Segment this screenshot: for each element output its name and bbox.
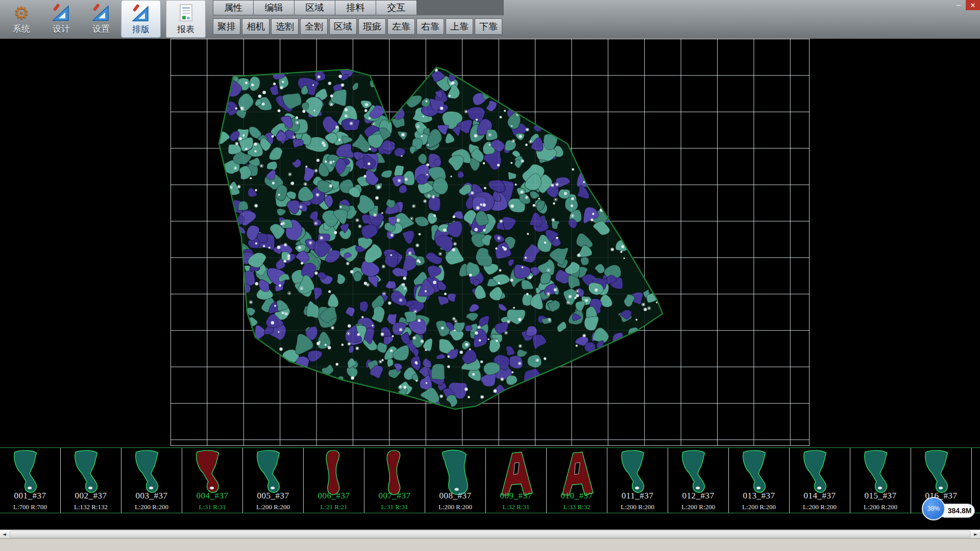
menu-tab-0[interactable]: 属性 — [213, 0, 254, 15]
piece-id-label: 004_#37 — [182, 491, 242, 501]
nesting-icon — [130, 2, 152, 24]
piece-thumb-011_#37[interactable]: 011_#37L:200 R:200 — [607, 448, 668, 513]
piece-thumb-010_#37[interactable]: 010_#37L:33 R:32 — [547, 448, 607, 513]
piece-id-label: 014_#37 — [790, 491, 850, 501]
piece-lr-label: L:132 R:132 — [61, 503, 121, 511]
piece-id-label: 013_#37 — [729, 491, 789, 501]
tool-button-1[interactable]: 相机 — [242, 18, 270, 35]
piece-id-label: 007_#37 — [364, 491, 425, 501]
piece-lr-label: L:33 R:32 — [547, 503, 607, 511]
horizontal-scrollbar[interactable]: ◄ ► — [0, 530, 980, 538]
settings-icon — [90, 2, 112, 24]
menu-tab-3[interactable]: 排料 — [335, 0, 376, 15]
piece-lr-label: L:32 R:31 — [486, 503, 546, 511]
tool-button-0[interactable]: 聚排 — [213, 18, 240, 35]
tool-button-6[interactable]: 左靠 — [387, 18, 415, 35]
scroll-right-arrow[interactable]: ► — [971, 530, 980, 538]
tool-button-7[interactable]: 右靠 — [416, 18, 444, 35]
piece-thumb-004_#37[interactable]: 004_#37L:31 R:31 — [182, 448, 243, 513]
piece-lr-label: L:200 R:200 — [607, 503, 668, 511]
piece-thumb-002_#37[interactable]: 002_#37L:132 R:132 — [61, 448, 121, 513]
tool-button-8[interactable]: 上靠 — [446, 18, 473, 35]
piece-thumb-012_#37[interactable]: 012_#37L:200 R:200 — [668, 448, 729, 513]
piece-id-label: 008_#37 — [425, 491, 485, 501]
gear-icon: ⚙ — [10, 2, 33, 24]
window-controls: ─ ✕ — [951, 0, 980, 10]
app-button-report[interactable]: 报表 — [166, 0, 206, 38]
progress-badge: 38% — [922, 497, 945, 520]
piece-id-label: 010_#37 — [547, 491, 607, 501]
piece-thumb-007_#37[interactable]: 007_#37L:31 R:31 — [364, 448, 425, 513]
menu-tab-2[interactable]: 区域 — [295, 0, 335, 15]
piece-id-label: 003_#37 — [121, 491, 182, 501]
menu-tab-4[interactable]: 交互 — [376, 0, 417, 15]
status-bar — [0, 538, 980, 551]
piece-lr-label: L:21 R:21 — [304, 503, 364, 511]
pieces-strip: 001_#37L:700 R:700002_#37L:132 R:132003_… — [0, 447, 980, 513]
piece-lr-label: L:700 R:700 — [0, 503, 60, 511]
app-button-settings[interactable]: 设置 — [81, 0, 121, 38]
scrollbar-thumb[interactable] — [10, 531, 970, 538]
design-icon — [50, 2, 72, 24]
piece-id-label: 011_#37 — [607, 491, 668, 501]
piece-id-label: 012_#37 — [668, 491, 728, 501]
piece-lr-label: L:200 R:200 — [425, 503, 485, 511]
app-button-label: 设计 — [53, 24, 70, 34]
piece-id-label: 009_#37 — [486, 491, 546, 501]
piece-lr-label: L:200 R:200 — [243, 503, 303, 511]
tool-buttons: 聚排相机选割全割区域瑕疵左靠右靠上靠下靠 — [213, 18, 504, 35]
menu-tab-1[interactable]: 编辑 — [254, 0, 295, 15]
app-button-system[interactable]: ⚙系统 — [2, 0, 41, 38]
piece-thumb-009_#37[interactable]: 009_#37L:32 R:31 — [486, 448, 547, 513]
piece-id-label: 002_#37 — [61, 491, 121, 501]
piece-lr-label: L:31 R:31 — [364, 503, 425, 511]
piece-lr-label: L:200 R:200 — [790, 503, 850, 511]
report-icon — [175, 2, 197, 24]
piece-thumb-006_#37[interactable]: 006_#37L:21 R:21 — [304, 448, 364, 513]
app-button-label: 系统 — [13, 24, 30, 34]
piece-thumb-001_#37[interactable]: 001_#37L:700 R:700 — [0, 448, 61, 513]
piece-lr-label: L:200 R:200 — [850, 503, 911, 511]
piece-thumb-005_#37[interactable]: 005_#37L:200 R:200 — [243, 448, 304, 513]
nesting-canvas[interactable] — [0, 39, 980, 446]
scrollbar-track[interactable] — [9, 530, 971, 538]
piece-lr-label: L:200 R:200 — [729, 503, 789, 511]
piece-lr-label: L:31 R:31 — [182, 503, 242, 511]
app-window: ⚙系统设计设置排版报表 属性编辑区域排料交互 聚排相机选割全割区域瑕疵左靠右靠上… — [0, 0, 980, 551]
nesting-canvas-area[interactable] — [0, 39, 980, 446]
piece-id-label: 006_#37 — [304, 491, 364, 501]
app-button-nesting[interactable]: 排版 — [121, 0, 161, 38]
app-button-label: 报表 — [177, 24, 194, 35]
app-button-label: 排版 — [132, 24, 150, 35]
top-toolbar: ⚙系统设计设置排版报表 属性编辑区域排料交互 聚排相机选割全割区域瑕疵左靠右靠上… — [0, 0, 980, 39]
menu-area: 属性编辑区域排料交互 聚排相机选割全割区域瑕疵左靠右靠上靠下靠 — [213, 0, 504, 35]
piece-thumb-003_#37[interactable]: 003_#37L:200 R:200 — [121, 448, 182, 513]
tool-button-3[interactable]: 全割 — [300, 18, 328, 35]
piece-lr-label: L:200 R:200 — [668, 503, 728, 511]
tool-button-5[interactable]: 瑕疵 — [358, 18, 386, 35]
tool-button-4[interactable]: 区域 — [329, 18, 357, 35]
piece-thumb-013_#37[interactable]: 013_#37L:200 R:200 — [729, 448, 790, 513]
piece-thumb-015_#37[interactable]: 015_#37L:200 R:200 — [850, 448, 911, 513]
close-button[interactable]: ✕ — [966, 0, 980, 10]
scroll-left-arrow[interactable]: ◄ — [0, 530, 9, 538]
piece-thumb-008_#37[interactable]: 008_#37L:200 R:200 — [425, 448, 486, 513]
piece-id-label: 001_#37 — [0, 491, 60, 501]
minimize-button[interactable]: ─ — [951, 0, 966, 10]
menu-tabs: 属性编辑区域排料交互 — [213, 0, 504, 15]
piece-lr-label: L:200 R:200 — [121, 503, 182, 511]
app-buttons: ⚙系统设计设置排版报表 — [0, 0, 206, 39]
app-button-design[interactable]: 设计 — [41, 0, 81, 38]
tool-button-9[interactable]: 下靠 — [475, 18, 502, 35]
strip-lower-gap — [0, 513, 980, 530]
app-button-label: 设置 — [92, 24, 110, 34]
piece-thumb-014_#37[interactable]: 014_#37L:200 R:200 — [790, 448, 850, 513]
piece-id-label: 005_#37 — [243, 491, 303, 501]
piece-id-label: 015_#37 — [850, 491, 911, 501]
tool-button-2[interactable]: 选割 — [271, 18, 299, 35]
